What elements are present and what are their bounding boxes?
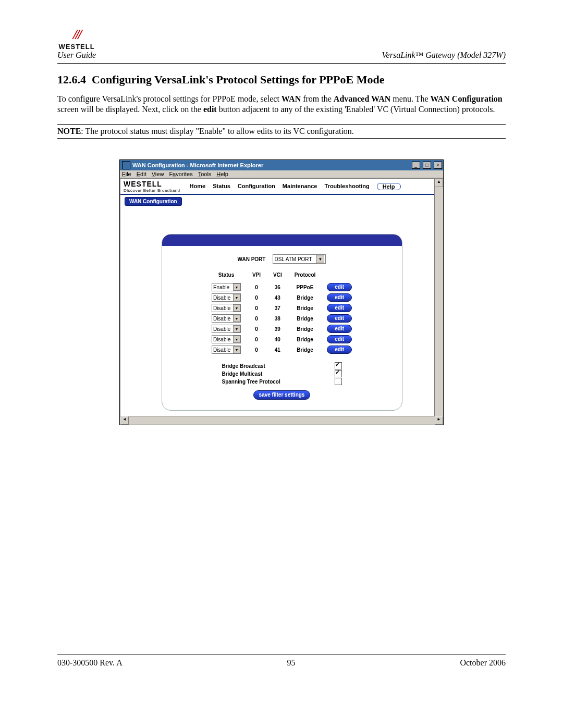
vertical-scrollbar[interactable]: ▲ <box>434 179 443 416</box>
nav-troubleshooting[interactable]: Troubleshooting <box>325 183 370 190</box>
save-filter-settings-button[interactable]: save filter settings <box>253 390 311 400</box>
col-vci: VCI <box>267 271 288 282</box>
minimize-button[interactable]: _ <box>412 162 420 169</box>
status-value: Disable <box>213 295 230 301</box>
menubar: File Edit View Favorites Tools Help <box>120 170 443 178</box>
nav-status[interactable]: Status <box>213 183 230 190</box>
chevron-down-icon: ▼ <box>233 283 240 291</box>
intro-paragraph: To configure VersaLink's protocol settin… <box>57 94 506 115</box>
vpi-cell: 0 <box>246 334 267 344</box>
edit-button[interactable]: edit <box>327 304 352 312</box>
table-row: Disable▼043Bridgeedit <box>206 292 357 303</box>
westell-logo-icon: /// <box>73 26 80 43</box>
chevron-down-icon: ▼ <box>233 325 240 332</box>
maximize-button[interactable]: □ <box>423 162 431 169</box>
chevron-down-icon: ▼ <box>233 304 240 312</box>
protocol-cell: PPPoE <box>288 282 322 292</box>
edit-button[interactable]: edit <box>327 335 352 343</box>
vci-cell: 40 <box>267 334 288 344</box>
section-heading: 12.6.4 Configuring VersaLink's Protocol … <box>57 73 506 87</box>
menu-edit[interactable]: Edit <box>137 171 146 177</box>
wanport-select[interactable]: DSL ATM PORT ▼ <box>273 254 326 264</box>
brand-block: WESTELL Discover Better Broadband <box>124 180 180 193</box>
status-select[interactable]: Disable▼ <box>212 335 241 343</box>
protocol-cell: Bridge <box>288 344 322 355</box>
westell-logo-text: WESTELL <box>59 43 95 51</box>
menu-view[interactable]: View <box>152 171 164 177</box>
menu-help[interactable]: Help <box>216 171 228 177</box>
status-select[interactable]: Enable▼ <box>212 283 241 291</box>
nav-configuration[interactable]: Configuration <box>238 183 275 190</box>
wanport-label: WAN PORT <box>238 256 266 262</box>
scroll-right-icon[interactable]: ► <box>435 416 443 425</box>
chevron-down-icon: ▼ <box>233 336 240 343</box>
status-select[interactable]: Disable▼ <box>212 293 241 302</box>
table-row: Disable▼038Bridgeedit <box>206 313 357 324</box>
edit-button[interactable]: edit <box>327 325 352 333</box>
vci-cell: 38 <box>267 313 288 324</box>
status-select[interactable]: Disable▼ <box>212 346 241 354</box>
status-value: Enable <box>213 285 229 290</box>
protocol-cell: Bridge <box>288 303 322 313</box>
scroll-left-icon[interactable]: ◄ <box>120 416 129 425</box>
vpi-cell: 0 <box>246 303 267 313</box>
menu-favorites[interactable]: Favorites <box>169 171 192 177</box>
opt-bridge-multicast-checkbox[interactable] <box>335 370 342 377</box>
status-select[interactable]: Disable▼ <box>212 304 241 312</box>
opt-spanning-tree-label: Spanning Tree Protocol <box>222 379 280 385</box>
table-row: Enable▼036PPPoEedit <box>206 282 357 292</box>
opt-spanning-tree-checkbox[interactable] <box>335 378 342 385</box>
window-title: WAN Configuration - Microsoft Internet E… <box>132 162 411 168</box>
vci-cell: 39 <box>267 324 288 334</box>
col-status: Status <box>206 271 246 282</box>
status-value: Disable <box>213 337 230 342</box>
table-row: Disable▼041Bridgeedit <box>206 344 357 355</box>
status-value: Disable <box>213 347 230 353</box>
breadcrumb-wan-configuration[interactable]: WAN Configuration <box>125 197 182 206</box>
header-rule <box>57 63 506 64</box>
opt-bridge-broadcast-checkbox[interactable] <box>335 362 342 369</box>
vpi-cell: 0 <box>246 282 267 292</box>
panel-header-bar <box>162 235 402 246</box>
protocol-cell: Bridge <box>288 292 322 303</box>
status-select[interactable]: Disable▼ <box>212 325 241 333</box>
vci-cell: 36 <box>267 282 288 292</box>
edit-button[interactable]: edit <box>327 314 352 323</box>
brand-tagline: Discover Better Broadband <box>124 188 180 193</box>
vci-cell: 37 <box>267 303 288 313</box>
edit-button[interactable]: edit <box>327 293 352 302</box>
close-button[interactable]: × <box>434 162 442 169</box>
wanport-value: DSL ATM PORT <box>274 256 312 262</box>
vc-table: Status VPI VCI Protocol Enable▼036PPPoEe… <box>206 271 357 355</box>
ie-app-icon <box>122 161 130 169</box>
titlebar[interactable]: WAN Configuration - Microsoft Internet E… <box>120 160 443 170</box>
menu-tools[interactable]: Tools <box>198 171 212 177</box>
edit-button[interactable]: edit <box>327 346 352 354</box>
vpi-cell: 0 <box>246 292 267 303</box>
table-row: Disable▼039Bridgeedit <box>206 324 357 334</box>
horizontal-scrollbar[interactable]: ◄ ► <box>120 416 443 425</box>
brand-name: WESTELL <box>124 180 180 188</box>
status-select[interactable]: Disable▼ <box>212 314 241 323</box>
vpi-cell: 0 <box>246 344 267 355</box>
menu-file[interactable]: File <box>122 171 131 177</box>
footer-right: October 2006 <box>460 658 506 668</box>
nav-maintenance[interactable]: Maintenance <box>283 183 317 190</box>
opt-bridge-multicast-label: Bridge Multicast <box>222 371 263 377</box>
vpi-cell: 0 <box>246 324 267 334</box>
nav-home[interactable]: Home <box>190 183 206 190</box>
chevron-down-icon: ▼ <box>233 346 240 353</box>
status-value: Disable <box>213 316 230 322</box>
scroll-up-icon[interactable]: ▲ <box>435 179 443 187</box>
header-left: User Guide <box>57 51 96 60</box>
header-right: VersaLink™ Gateway (Model 327W) <box>382 51 506 60</box>
vci-cell: 41 <box>267 344 288 355</box>
status-value: Disable <box>213 326 230 332</box>
chevron-down-icon: ▼ <box>233 315 240 322</box>
edit-button[interactable]: edit <box>327 283 352 291</box>
nav-help[interactable]: Help <box>377 183 401 190</box>
protocol-cell: Bridge <box>288 313 322 324</box>
table-row: Disable▼040Bridgeedit <box>206 334 357 344</box>
footer-left: 030-300500 Rev. A <box>57 658 123 668</box>
ie-window: WAN Configuration - Microsoft Internet E… <box>119 159 444 425</box>
